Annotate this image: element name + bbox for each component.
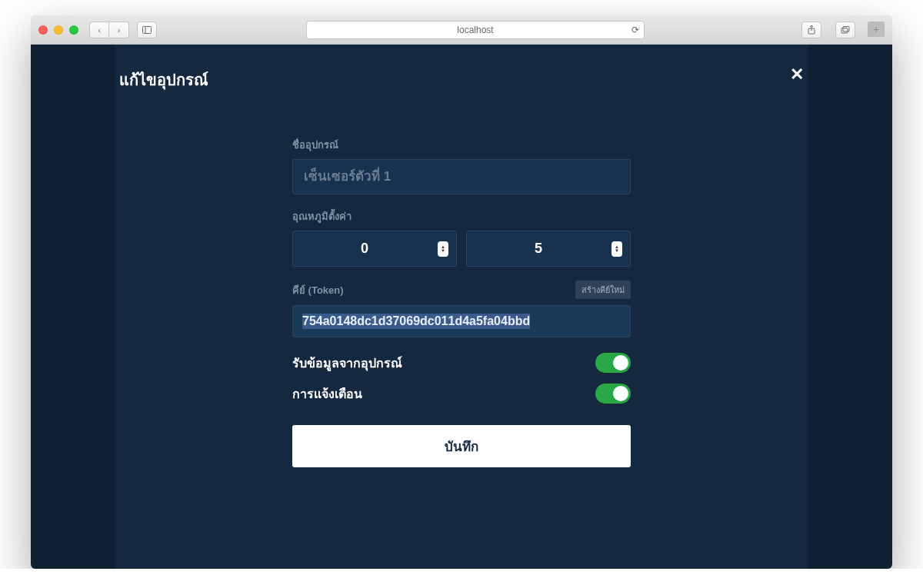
forward-button[interactable]: › <box>109 22 129 38</box>
svg-rect-0 <box>143 26 152 33</box>
stepper-icon[interactable]: ▲▼ <box>438 241 448 257</box>
tabs-icon <box>841 26 850 34</box>
receive-data-label: รับข้อมูลจากอุปกรณ์ <box>292 354 402 373</box>
modal-title: แก้ไขอุปกรณ์ <box>119 68 208 92</box>
device-name-label: ชื่ออุปกรณ์ <box>292 137 631 153</box>
save-button[interactable]: บันทึก <box>292 425 631 467</box>
threshold-row: 0 ▲▼ 5 ▲▼ <box>292 231 631 267</box>
token-field[interactable]: 754a0148dc1d37069dc011d4a5fa04bbd <box>292 305 631 337</box>
address-bar[interactable]: localhost ⟳ <box>306 21 645 39</box>
backdrop-left <box>31 45 115 569</box>
threshold-min-value: 0 <box>361 241 368 256</box>
address-bar-text: localhost <box>457 25 493 35</box>
close-icon[interactable]: ✕ <box>790 66 804 83</box>
alert-toggle[interactable] <box>595 384 631 404</box>
threshold-label: อุณหภูมิตั้งค่า <box>292 208 631 224</box>
new-tab-button[interactable]: + <box>868 22 885 37</box>
close-window-button[interactable] <box>38 25 48 35</box>
threshold-max-value: 5 <box>535 241 542 256</box>
backdrop-right <box>808 45 892 569</box>
alert-row: การแจ้งเตือน <box>292 384 631 404</box>
share-icon <box>808 25 815 35</box>
token-value: 754a0148dc1d37069dc011d4a5fa04bbd <box>302 314 530 329</box>
reload-button[interactable]: ⟳ <box>631 25 639 35</box>
page-content: แก้ไขอุปกรณ์ ✕ ชื่ออุปกรณ์ อุณหภูมิตั้งค… <box>31 45 892 569</box>
token-label-row: คีย์ (Token) สร้างคีย์ใหม่ <box>292 281 631 299</box>
alert-label: การแจ้งเตือน <box>292 384 362 404</box>
chrome-right-controls: + <box>794 22 885 38</box>
browser-window: ‹ › localhost ⟳ <box>31 15 892 569</box>
receive-data-row: รับข้อมูลจากอุปกรณ์ <box>292 353 631 373</box>
traffic-lights <box>38 25 78 35</box>
stepper-icon[interactable]: ▲▼ <box>611 241 622 257</box>
threshold-max-input[interactable]: 5 ▲▼ <box>466 231 631 267</box>
svg-rect-3 <box>841 28 848 33</box>
sidebar-icon <box>142 26 152 34</box>
share-button[interactable] <box>801 22 821 38</box>
device-name-input[interactable] <box>292 159 631 194</box>
sidebar-toggle-button[interactable] <box>137 22 157 38</box>
tabs-button[interactable] <box>835 22 855 38</box>
minimize-window-button[interactable] <box>54 25 63 35</box>
toggle-knob <box>613 386 628 401</box>
toggle-knob <box>613 355 628 370</box>
regenerate-token-button[interactable]: สร้างคีย์ใหม่ <box>575 281 631 299</box>
svg-rect-4 <box>843 26 849 32</box>
back-button[interactable]: ‹ <box>89 22 109 38</box>
zoom-window-button[interactable] <box>69 25 78 35</box>
receive-data-toggle[interactable] <box>595 353 631 373</box>
threshold-min-input[interactable]: 0 ▲▼ <box>292 231 457 267</box>
token-label: คีย์ (Token) <box>292 282 344 298</box>
browser-chrome: ‹ › localhost ⟳ <box>31 15 892 45</box>
edit-device-form: ชื่ออุปกรณ์ อุณหภูมิตั้งค่า 0 ▲▼ 5 ▲▼ คี… <box>292 137 631 467</box>
nav-back-forward: ‹ › <box>89 22 129 38</box>
